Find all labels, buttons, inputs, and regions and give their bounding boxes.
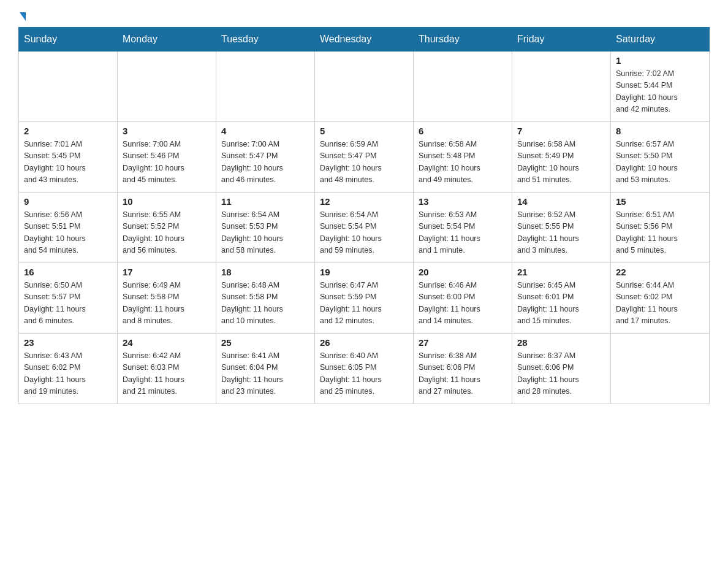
day-info: Sunrise: 7:01 AMSunset: 5:45 PMDaylight:… bbox=[24, 139, 112, 186]
calendar-cell: 14Sunrise: 6:52 AMSunset: 5:55 PMDayligh… bbox=[512, 193, 611, 263]
calendar-header-thursday: Thursday bbox=[414, 28, 512, 52]
day-info: Sunrise: 6:38 AMSunset: 6:06 PMDaylight:… bbox=[419, 350, 507, 398]
day-info: Sunrise: 6:49 AMSunset: 5:58 PMDaylight:… bbox=[123, 280, 211, 327]
day-number: 27 bbox=[419, 337, 507, 348]
day-number: 10 bbox=[123, 196, 211, 207]
day-number: 8 bbox=[616, 126, 704, 136]
day-number: 25 bbox=[221, 337, 309, 348]
week-row-4: 16Sunrise: 6:50 AMSunset: 5:57 PMDayligh… bbox=[19, 263, 710, 334]
calendar-cell: 9Sunrise: 6:56 AMSunset: 5:51 PMDaylight… bbox=[19, 193, 118, 263]
calendar-cell: 19Sunrise: 6:47 AMSunset: 5:59 PMDayligh… bbox=[315, 263, 414, 334]
calendar-header-sunday: Sunday bbox=[19, 28, 118, 52]
day-number: 12 bbox=[320, 196, 408, 207]
day-number: 13 bbox=[419, 196, 507, 207]
day-info: Sunrise: 6:40 AMSunset: 6:05 PMDaylight:… bbox=[320, 350, 408, 398]
calendar-header-tuesday: Tuesday bbox=[216, 28, 315, 52]
week-row-5: 23Sunrise: 6:43 AMSunset: 6:02 PMDayligh… bbox=[19, 334, 710, 404]
day-number: 14 bbox=[517, 196, 605, 207]
calendar-cell: 8Sunrise: 6:57 AMSunset: 5:50 PMDaylight… bbox=[611, 122, 710, 193]
day-number: 26 bbox=[320, 337, 408, 348]
calendar-cell: 1Sunrise: 7:02 AMSunset: 5:44 PMDaylight… bbox=[611, 52, 710, 122]
day-info: Sunrise: 6:42 AMSunset: 6:03 PMDaylight:… bbox=[123, 350, 211, 398]
calendar-cell: 21Sunrise: 6:45 AMSunset: 6:01 PMDayligh… bbox=[512, 263, 611, 334]
calendar-cell: 7Sunrise: 6:58 AMSunset: 5:49 PMDaylight… bbox=[512, 122, 611, 193]
day-number: 24 bbox=[123, 337, 211, 348]
calendar-cell: 2Sunrise: 7:01 AMSunset: 5:45 PMDaylight… bbox=[19, 122, 118, 193]
day-number: 6 bbox=[419, 126, 507, 136]
day-info: Sunrise: 6:41 AMSunset: 6:04 PMDaylight:… bbox=[221, 350, 309, 398]
day-info: Sunrise: 6:55 AMSunset: 5:52 PMDaylight:… bbox=[123, 209, 211, 257]
calendar-cell: 23Sunrise: 6:43 AMSunset: 6:02 PMDayligh… bbox=[19, 334, 118, 404]
day-number: 11 bbox=[221, 196, 309, 207]
logo bbox=[18, 12, 26, 21]
day-info: Sunrise: 7:00 AMSunset: 5:47 PMDaylight:… bbox=[221, 139, 309, 186]
day-number: 19 bbox=[320, 267, 408, 277]
day-number: 23 bbox=[24, 337, 112, 348]
calendar-cell: 5Sunrise: 6:59 AMSunset: 5:47 PMDaylight… bbox=[315, 122, 414, 193]
week-row-1: 1Sunrise: 7:02 AMSunset: 5:44 PMDaylight… bbox=[19, 52, 710, 122]
day-info: Sunrise: 6:37 AMSunset: 6:06 PMDaylight:… bbox=[517, 350, 605, 398]
calendar-header-saturday: Saturday bbox=[611, 28, 710, 52]
day-info: Sunrise: 6:57 AMSunset: 5:50 PMDaylight:… bbox=[616, 139, 704, 186]
calendar-cell: 6Sunrise: 6:58 AMSunset: 5:48 PMDaylight… bbox=[414, 122, 512, 193]
calendar-cell: 28Sunrise: 6:37 AMSunset: 6:06 PMDayligh… bbox=[512, 334, 611, 404]
day-number: 3 bbox=[123, 126, 211, 136]
calendar-cell: 18Sunrise: 6:48 AMSunset: 5:58 PMDayligh… bbox=[216, 263, 315, 334]
calendar-cell: 15Sunrise: 6:51 AMSunset: 5:56 PMDayligh… bbox=[611, 193, 710, 263]
week-row-3: 9Sunrise: 6:56 AMSunset: 5:51 PMDaylight… bbox=[19, 193, 710, 263]
day-number: 5 bbox=[320, 126, 408, 136]
calendar-cell: 17Sunrise: 6:49 AMSunset: 5:58 PMDayligh… bbox=[118, 263, 216, 334]
calendar-cell: 27Sunrise: 6:38 AMSunset: 6:06 PMDayligh… bbox=[414, 334, 512, 404]
day-number: 4 bbox=[221, 126, 309, 136]
calendar-cell bbox=[216, 52, 315, 122]
day-info: Sunrise: 6:54 AMSunset: 5:54 PMDaylight:… bbox=[320, 209, 408, 257]
calendar-header-monday: Monday bbox=[118, 28, 216, 52]
day-info: Sunrise: 6:46 AMSunset: 6:00 PMDaylight:… bbox=[419, 280, 507, 327]
day-number: 2 bbox=[24, 126, 112, 136]
calendar-cell: 11Sunrise: 6:54 AMSunset: 5:53 PMDayligh… bbox=[216, 193, 315, 263]
day-info: Sunrise: 7:00 AMSunset: 5:46 PMDaylight:… bbox=[123, 139, 211, 186]
day-info: Sunrise: 6:43 AMSunset: 6:02 PMDaylight:… bbox=[24, 350, 112, 398]
day-number: 20 bbox=[419, 267, 507, 277]
day-info: Sunrise: 6:51 AMSunset: 5:56 PMDaylight:… bbox=[616, 209, 704, 257]
day-number: 9 bbox=[24, 196, 112, 207]
calendar-cell: 3Sunrise: 7:00 AMSunset: 5:46 PMDaylight… bbox=[118, 122, 216, 193]
day-info: Sunrise: 6:50 AMSunset: 5:57 PMDaylight:… bbox=[24, 280, 112, 327]
calendar-cell: 20Sunrise: 6:46 AMSunset: 6:00 PMDayligh… bbox=[414, 263, 512, 334]
day-info: Sunrise: 6:45 AMSunset: 6:01 PMDaylight:… bbox=[517, 280, 605, 327]
day-info: Sunrise: 6:56 AMSunset: 5:51 PMDaylight:… bbox=[24, 209, 112, 257]
calendar-cell bbox=[118, 52, 216, 122]
day-number: 15 bbox=[616, 196, 704, 207]
calendar-cell bbox=[414, 52, 512, 122]
calendar-table: SundayMondayTuesdayWednesdayThursdayFrid… bbox=[18, 27, 710, 404]
page-header bbox=[18, 12, 710, 21]
day-info: Sunrise: 6:53 AMSunset: 5:54 PMDaylight:… bbox=[419, 209, 507, 257]
calendar-cell: 13Sunrise: 6:53 AMSunset: 5:54 PMDayligh… bbox=[414, 193, 512, 263]
day-info: Sunrise: 6:59 AMSunset: 5:47 PMDaylight:… bbox=[320, 139, 408, 186]
calendar-header-row: SundayMondayTuesdayWednesdayThursdayFrid… bbox=[19, 28, 710, 52]
calendar-cell: 25Sunrise: 6:41 AMSunset: 6:04 PMDayligh… bbox=[216, 334, 315, 404]
day-number: 21 bbox=[517, 267, 605, 277]
calendar-cell bbox=[19, 52, 118, 122]
calendar-header-friday: Friday bbox=[512, 28, 611, 52]
day-number: 17 bbox=[123, 267, 211, 277]
day-info: Sunrise: 6:48 AMSunset: 5:58 PMDaylight:… bbox=[221, 280, 309, 327]
day-number: 1 bbox=[616, 55, 704, 66]
day-number: 22 bbox=[616, 267, 704, 277]
calendar-cell bbox=[611, 334, 710, 404]
calendar-cell: 4Sunrise: 7:00 AMSunset: 5:47 PMDaylight… bbox=[216, 122, 315, 193]
calendar-cell: 26Sunrise: 6:40 AMSunset: 6:05 PMDayligh… bbox=[315, 334, 414, 404]
day-info: Sunrise: 6:58 AMSunset: 5:48 PMDaylight:… bbox=[419, 139, 507, 186]
day-info: Sunrise: 7:02 AMSunset: 5:44 PMDaylight:… bbox=[616, 68, 704, 116]
calendar-cell: 10Sunrise: 6:55 AMSunset: 5:52 PMDayligh… bbox=[118, 193, 216, 263]
day-number: 16 bbox=[24, 267, 112, 277]
calendar-cell: 16Sunrise: 6:50 AMSunset: 5:57 PMDayligh… bbox=[19, 263, 118, 334]
day-number: 28 bbox=[517, 337, 605, 348]
day-info: Sunrise: 6:47 AMSunset: 5:59 PMDaylight:… bbox=[320, 280, 408, 327]
calendar-header-wednesday: Wednesday bbox=[315, 28, 414, 52]
day-number: 7 bbox=[517, 126, 605, 136]
day-number: 18 bbox=[221, 267, 309, 277]
day-info: Sunrise: 6:54 AMSunset: 5:53 PMDaylight:… bbox=[221, 209, 309, 257]
week-row-2: 2Sunrise: 7:01 AMSunset: 5:45 PMDaylight… bbox=[19, 122, 710, 193]
day-info: Sunrise: 6:58 AMSunset: 5:49 PMDaylight:… bbox=[517, 139, 605, 186]
